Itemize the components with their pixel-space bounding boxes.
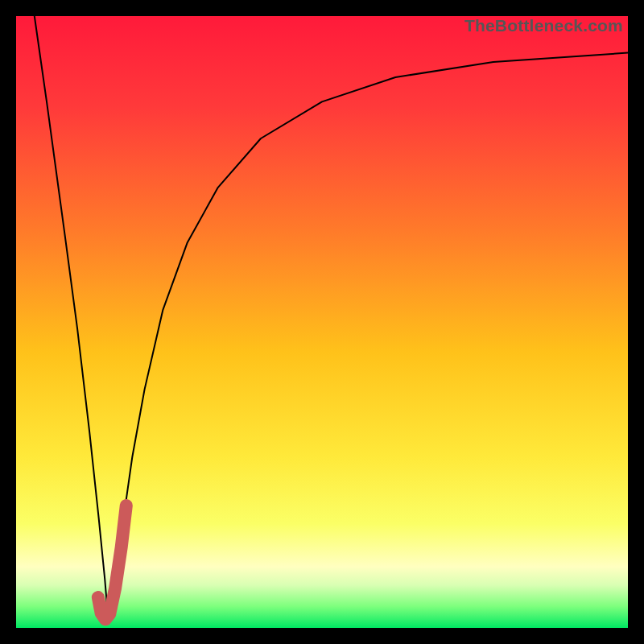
watermark-text: TheBottleneck.com [464, 16, 623, 35]
chart-svg [16, 16, 628, 628]
chart-frame: TheBottleneck.com [16, 16, 628, 628]
gradient-background [16, 16, 628, 628]
